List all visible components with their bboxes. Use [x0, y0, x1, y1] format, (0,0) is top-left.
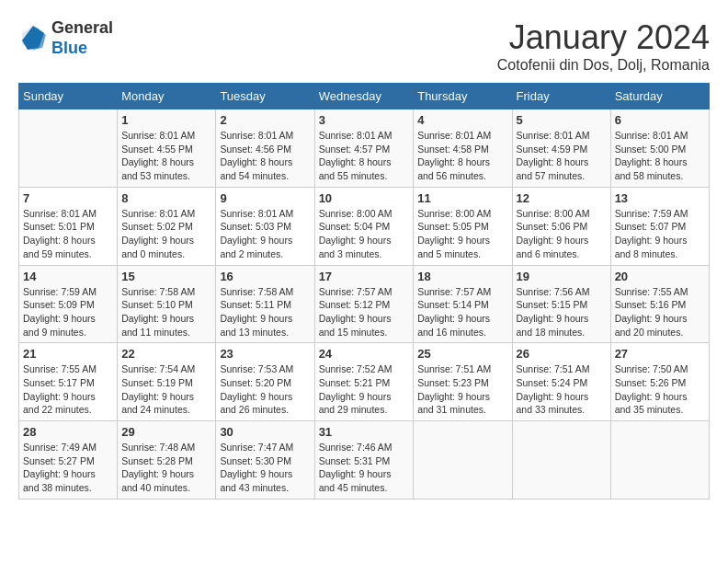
calendar-cell: 31Sunrise: 7:46 AM Sunset: 5:31 PM Dayli…	[314, 421, 414, 500]
day-info: Sunrise: 7:55 AM Sunset: 5:17 PM Dayligh…	[23, 362, 113, 417]
day-info: Sunrise: 8:00 AM Sunset: 5:06 PM Dayligh…	[517, 207, 607, 261]
day-number: 1	[121, 113, 211, 127]
calendar-cell: 6Sunrise: 8:01 AM Sunset: 5:00 PM Daylig…	[610, 109, 709, 188]
day-number: 16	[220, 270, 310, 283]
weekday-header-sunday: Sunday	[19, 84, 118, 109]
calendar-week-3: 14Sunrise: 7:59 AM Sunset: 5:09 PM Dayli…	[19, 265, 710, 343]
day-number: 22	[121, 347, 211, 361]
weekday-header-row: SundayMondayTuesdayWednesdayThursdayFrid…	[19, 84, 710, 109]
day-number: 5	[517, 113, 607, 127]
day-number: 17	[319, 270, 410, 283]
logo: General Blue	[18, 18, 113, 58]
calendar-cell: 24Sunrise: 7:52 AM Sunset: 5:21 PM Dayli…	[314, 343, 414, 421]
calendar-cell: 10Sunrise: 8:00 AM Sunset: 5:04 PM Dayli…	[314, 187, 414, 265]
day-number: 25	[417, 347, 507, 361]
day-number: 21	[23, 347, 113, 361]
day-info: Sunrise: 7:51 AM Sunset: 5:24 PM Dayligh…	[517, 362, 607, 417]
day-info: Sunrise: 7:58 AM Sunset: 5:10 PM Dayligh…	[121, 285, 211, 339]
day-info: Sunrise: 7:50 AM Sunset: 5:26 PM Dayligh…	[615, 362, 705, 417]
calendar-cell: 13Sunrise: 7:59 AM Sunset: 5:07 PM Dayli…	[610, 187, 709, 265]
calendar-week-2: 7Sunrise: 8:01 AM Sunset: 5:01 PM Daylig…	[19, 187, 710, 265]
day-number: 26	[517, 347, 607, 361]
calendar-cell: 20Sunrise: 7:55 AM Sunset: 5:16 PM Dayli…	[610, 265, 709, 343]
calendar-cell: 1Sunrise: 8:01 AM Sunset: 4:55 PM Daylig…	[118, 109, 216, 188]
calendar-cell: 3Sunrise: 8:01 AM Sunset: 4:57 PM Daylig…	[314, 109, 414, 188]
calendar-cell: 14Sunrise: 7:59 AM Sunset: 5:09 PM Dayli…	[19, 265, 118, 343]
calendar-cell: 29Sunrise: 7:48 AM Sunset: 5:28 PM Dayli…	[118, 421, 216, 500]
calendar-cell	[19, 109, 118, 188]
weekday-header-saturday: Saturday	[610, 84, 709, 109]
day-number: 10	[319, 191, 410, 205]
calendar-cell: 16Sunrise: 7:58 AM Sunset: 5:11 PM Dayli…	[216, 265, 314, 343]
day-number: 18	[417, 270, 507, 283]
calendar-week-5: 28Sunrise: 7:49 AM Sunset: 5:27 PM Dayli…	[19, 421, 710, 500]
day-info: Sunrise: 7:51 AM Sunset: 5:23 PM Dayligh…	[417, 362, 507, 417]
day-info: Sunrise: 8:01 AM Sunset: 4:56 PM Dayligh…	[220, 129, 310, 183]
calendar-cell: 28Sunrise: 7:49 AM Sunset: 5:27 PM Dayli…	[19, 421, 118, 500]
title-block: January 2024 Cotofenii din Dos, Dolj, Ro…	[497, 18, 710, 74]
day-info: Sunrise: 7:48 AM Sunset: 5:28 PM Dayligh…	[121, 441, 211, 495]
day-number: 2	[220, 113, 310, 127]
weekday-header-monday: Monday	[118, 84, 216, 109]
day-number: 19	[517, 270, 607, 283]
day-number: 23	[220, 347, 310, 361]
calendar-title: January 2024	[497, 18, 710, 57]
calendar-cell: 22Sunrise: 7:54 AM Sunset: 5:19 PM Dayli…	[118, 343, 216, 421]
day-info: Sunrise: 7:47 AM Sunset: 5:30 PM Dayligh…	[220, 441, 310, 495]
day-info: Sunrise: 7:57 AM Sunset: 5:12 PM Dayligh…	[319, 285, 410, 339]
day-number: 9	[220, 191, 310, 205]
day-number: 8	[121, 191, 211, 205]
calendar-cell: 30Sunrise: 7:47 AM Sunset: 5:30 PM Dayli…	[216, 421, 314, 500]
logo-blue: Blue	[51, 39, 87, 57]
day-number: 11	[417, 191, 507, 205]
day-info: Sunrise: 7:58 AM Sunset: 5:11 PM Dayligh…	[220, 285, 310, 339]
calendar-cell: 23Sunrise: 7:53 AM Sunset: 5:20 PM Dayli…	[216, 343, 314, 421]
calendar-cell: 21Sunrise: 7:55 AM Sunset: 5:17 PM Dayli…	[19, 343, 118, 421]
page-header: General Blue January 2024 Cotofenii din …	[18, 18, 710, 74]
calendar-cell: 11Sunrise: 8:00 AM Sunset: 5:05 PM Dayli…	[414, 187, 512, 265]
day-info: Sunrise: 8:01 AM Sunset: 4:58 PM Dayligh…	[417, 129, 507, 183]
calendar-cell: 26Sunrise: 7:51 AM Sunset: 5:24 PM Dayli…	[512, 343, 610, 421]
calendar-cell: 9Sunrise: 8:01 AM Sunset: 5:03 PM Daylig…	[216, 187, 314, 265]
weekday-header-thursday: Thursday	[414, 84, 512, 109]
calendar-cell: 15Sunrise: 7:58 AM Sunset: 5:10 PM Dayli…	[118, 265, 216, 343]
logo-general: General	[51, 18, 113, 37]
day-number: 12	[517, 191, 607, 205]
day-number: 28	[23, 425, 113, 439]
calendar-cell: 7Sunrise: 8:01 AM Sunset: 5:01 PM Daylig…	[19, 187, 118, 265]
day-number: 3	[319, 113, 410, 127]
day-info: Sunrise: 7:46 AM Sunset: 5:31 PM Dayligh…	[319, 441, 410, 495]
day-info: Sunrise: 8:00 AM Sunset: 5:04 PM Dayligh…	[319, 207, 410, 261]
day-info: Sunrise: 8:01 AM Sunset: 5:00 PM Dayligh…	[615, 129, 705, 183]
calendar-cell	[610, 421, 709, 500]
day-number: 6	[615, 113, 705, 127]
day-info: Sunrise: 7:59 AM Sunset: 5:09 PM Dayligh…	[23, 285, 113, 339]
calendar-cell: 17Sunrise: 7:57 AM Sunset: 5:12 PM Dayli…	[314, 265, 414, 343]
calendar-week-4: 21Sunrise: 7:55 AM Sunset: 5:17 PM Dayli…	[19, 343, 710, 421]
calendar-cell	[512, 421, 610, 500]
calendar-cell: 19Sunrise: 7:56 AM Sunset: 5:15 PM Dayli…	[512, 265, 610, 343]
day-info: Sunrise: 7:55 AM Sunset: 5:16 PM Dayligh…	[615, 285, 705, 339]
day-info: Sunrise: 7:53 AM Sunset: 5:20 PM Dayligh…	[220, 362, 310, 417]
day-info: Sunrise: 7:59 AM Sunset: 5:07 PM Dayligh…	[615, 207, 705, 261]
day-info: Sunrise: 8:01 AM Sunset: 4:59 PM Dayligh…	[517, 129, 607, 183]
day-number: 15	[121, 270, 211, 283]
day-info: Sunrise: 7:49 AM Sunset: 5:27 PM Dayligh…	[23, 441, 113, 495]
day-info: Sunrise: 7:52 AM Sunset: 5:21 PM Dayligh…	[319, 362, 410, 417]
calendar-cell: 25Sunrise: 7:51 AM Sunset: 5:23 PM Dayli…	[414, 343, 512, 421]
day-number: 29	[121, 425, 211, 439]
calendar-cell: 18Sunrise: 7:57 AM Sunset: 5:14 PM Dayli…	[414, 265, 512, 343]
weekday-header-wednesday: Wednesday	[314, 84, 414, 109]
calendar-cell: 5Sunrise: 8:01 AM Sunset: 4:59 PM Daylig…	[512, 109, 610, 188]
day-info: Sunrise: 8:01 AM Sunset: 5:02 PM Dayligh…	[121, 207, 211, 261]
day-info: Sunrise: 8:01 AM Sunset: 4:57 PM Dayligh…	[319, 129, 410, 183]
day-number: 13	[615, 191, 705, 205]
weekday-header-friday: Friday	[512, 84, 610, 109]
calendar-cell	[414, 421, 512, 500]
day-info: Sunrise: 8:01 AM Sunset: 4:55 PM Dayligh…	[121, 129, 211, 183]
logo-text: General Blue	[51, 18, 113, 58]
weekday-header-tuesday: Tuesday	[216, 84, 314, 109]
day-info: Sunrise: 7:56 AM Sunset: 5:15 PM Dayligh…	[517, 285, 607, 339]
calendar-cell: 8Sunrise: 8:01 AM Sunset: 5:02 PM Daylig…	[118, 187, 216, 265]
day-info: Sunrise: 8:01 AM Sunset: 5:03 PM Dayligh…	[220, 207, 310, 261]
